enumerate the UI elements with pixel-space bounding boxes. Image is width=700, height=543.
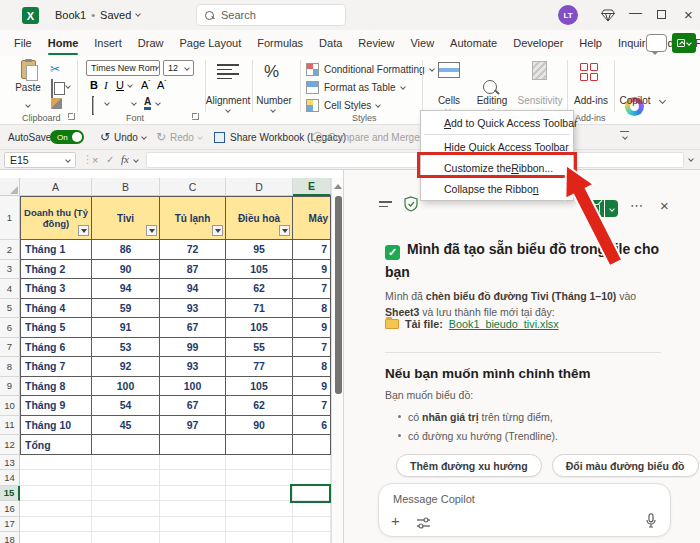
tab-file[interactable]: File — [6, 30, 40, 56]
row-header-5[interactable]: 5 — [0, 299, 20, 319]
tab-draw[interactable]: Draw — [130, 30, 172, 56]
column-header-E[interactable]: E — [293, 178, 331, 196]
tab-page-layout[interactable]: Page Layout — [171, 30, 249, 56]
cell[interactable]: 7 — [293, 240, 331, 260]
cell[interactable] — [293, 501, 331, 516]
cell[interactable] — [20, 501, 92, 516]
filter-button[interactable] — [146, 225, 157, 236]
cell[interactable] — [92, 470, 160, 485]
tab-insert[interactable]: Insert — [86, 30, 130, 56]
cell[interactable]: 54 — [92, 396, 160, 416]
cell[interactable]: 8 — [293, 357, 331, 377]
options-icon[interactable] — [417, 517, 431, 529]
header-cell[interactable]: Điều hoà — [226, 196, 293, 240]
row-header-6[interactable]: 6 — [0, 318, 20, 338]
tab-help[interactable]: Help — [571, 30, 610, 56]
row-header-15[interactable]: 15 — [0, 486, 20, 501]
cell[interactable] — [92, 435, 160, 455]
document-title[interactable]: Book1 • Saved — [55, 9, 140, 21]
cell[interactable]: Tháng 9 — [20, 396, 92, 416]
add-ins-button[interactable]: Add-ins — [572, 95, 610, 106]
cell[interactable]: 86 — [92, 240, 160, 260]
copy-dropdown[interactable] — [65, 83, 71, 89]
cell[interactable]: 9 — [293, 260, 331, 280]
cell[interactable]: 97 — [160, 416, 226, 436]
undo-button[interactable]: Undo — [114, 132, 138, 143]
editing-button[interactable]: Editing — [472, 95, 512, 106]
more-options-button[interactable]: ⋯ — [630, 198, 644, 213]
expand-formula-bar[interactable] — [688, 156, 694, 162]
cell[interactable] — [160, 486, 226, 501]
menu-item-add-to-quick-access-toolbar[interactable]: Add to Quick Access Toolbar — [421, 112, 573, 133]
tab-developer[interactable]: Developer — [505, 30, 571, 56]
tab-formulas[interactable]: Formulas — [249, 30, 311, 56]
cell[interactable] — [226, 470, 293, 485]
fx-dropdown[interactable] — [133, 157, 139, 163]
style-row-2[interactable]: Cell Styles — [306, 96, 434, 114]
cell[interactable]: 71 — [226, 299, 293, 319]
row-header-13[interactable]: 13 — [0, 455, 20, 470]
cell[interactable] — [226, 486, 293, 501]
cell[interactable]: 105 — [226, 260, 293, 280]
cell[interactable] — [160, 501, 226, 516]
format-painter-button[interactable] — [51, 98, 62, 109]
cell[interactable]: 95 — [226, 240, 293, 260]
cell[interactable]: 91 — [92, 318, 160, 338]
cell[interactable]: Tháng 10 — [20, 416, 92, 436]
cell[interactable]: 9 — [293, 377, 331, 397]
cell[interactable]: 92 — [92, 357, 160, 377]
microphone-icon[interactable] — [646, 513, 656, 528]
scrollbar-thumb[interactable] — [335, 196, 342, 394]
cell[interactable] — [226, 517, 293, 532]
decrease-font-button[interactable]: Aˇ — [157, 79, 166, 91]
tab-view[interactable]: View — [402, 30, 442, 56]
cell[interactable]: 87 — [160, 260, 226, 280]
cell[interactable]: 67 — [160, 396, 226, 416]
bold-button[interactable]: B — [90, 79, 98, 91]
column-header-C[interactable]: C — [160, 178, 226, 196]
undo-icon[interactable]: ↺ — [100, 130, 110, 144]
cell[interactable]: 45 — [92, 416, 160, 436]
tab-data[interactable]: Data — [311, 30, 350, 56]
file-link[interactable]: Book1_bieudo_tivi.xlsx — [449, 318, 559, 330]
scroll-up-icon[interactable] — [334, 184, 342, 189]
autosave-toggle[interactable]: On — [50, 130, 84, 144]
cell[interactable]: 90 — [226, 416, 293, 436]
header-cell[interactable]: Máy — [293, 196, 331, 240]
cell[interactable] — [160, 532, 226, 543]
maximize-button[interactable] — [657, 10, 666, 19]
name-box[interactable]: E15 — [4, 152, 76, 168]
cell[interactable]: Tháng 2 — [20, 260, 92, 280]
cell[interactable]: 94 — [92, 279, 160, 299]
cell[interactable]: Tháng 7 — [20, 357, 92, 377]
row-header-10[interactable]: 10 — [0, 396, 20, 416]
cell[interactable]: 9 — [293, 318, 331, 338]
cell[interactable]: Tháng 4 — [20, 299, 92, 319]
menu-item-customize-the-ribbon[interactable]: Customize the Ribbon... — [421, 157, 573, 178]
undo-dropdown[interactable] — [141, 134, 147, 140]
cell[interactable]: 55 — [226, 338, 293, 358]
style-row-0[interactable]: Conditional Formatting — [306, 60, 434, 78]
filter-button[interactable] — [279, 225, 290, 236]
avatar[interactable]: LT — [558, 5, 578, 25]
cell[interactable]: 6 — [293, 416, 331, 436]
menu-item-collapse-the-ribbon[interactable]: Collapse the Ribbon — [421, 178, 573, 199]
row-header-2[interactable]: 2 — [0, 240, 20, 260]
cell[interactable] — [293, 532, 331, 543]
font-color-dropdown[interactable] — [155, 100, 161, 106]
column-header-B[interactable]: B — [92, 178, 160, 196]
increase-font-button[interactable]: Aˆ — [141, 79, 150, 91]
row-header-7[interactable]: 7 — [0, 338, 20, 358]
add-attachment-button[interactable]: + — [391, 513, 400, 528]
gem-icon[interactable] — [601, 9, 615, 22]
font-dialog-launcher[interactable] — [192, 113, 199, 120]
cell[interactable]: 59 — [92, 299, 160, 319]
cell[interactable] — [20, 486, 92, 501]
row-header-8[interactable]: 8 — [0, 357, 20, 377]
tab-review[interactable]: Review — [350, 30, 402, 56]
filter-button[interactable] — [212, 225, 223, 236]
cell[interactable] — [226, 501, 293, 516]
vertical-scrollbar[interactable] — [331, 178, 343, 543]
cell[interactable]: 100 — [160, 377, 226, 397]
cell[interactable] — [92, 532, 160, 543]
